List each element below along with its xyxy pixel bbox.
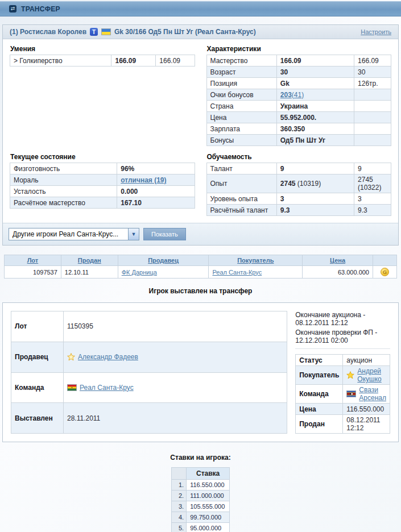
bids-index-header: [171, 468, 186, 480]
history-icon-column: [373, 255, 397, 266]
sort-seller-link[interactable]: Продавец: [148, 257, 179, 264]
characteristics-heading: Характеристики: [207, 45, 392, 53]
transfer-status-banner: Игрок выставлен на трансфер: [0, 287, 401, 295]
table-row: Талант 9 9: [206, 163, 391, 174]
table-row: Команда Свази Арсенал: [296, 385, 390, 404]
auction-team-link[interactable]: Свази Арсенал: [359, 386, 386, 402]
characteristics-table: Мастерство 166.09 166.09 Возраст 30 30 П…: [206, 55, 392, 146]
table-row: 1.116.550.000: [171, 480, 229, 491]
table-row: Страна Украина: [206, 101, 391, 112]
skills-section: Умения > Голкиперство 166.09 166.09: [10, 45, 195, 146]
transfer-badge-icon: T: [90, 28, 98, 36]
table-row: Опыт 2745 (10319) 2745 (10322): [206, 174, 391, 193]
auction-buyer-link[interactable]: Андрей Окушко: [357, 367, 386, 383]
skills-heading: Умения: [10, 45, 195, 53]
listing-seller-link[interactable]: Александр Фадеев: [78, 353, 138, 361]
char-value-secondary: [354, 123, 391, 135]
show-button[interactable]: Показать: [143, 228, 186, 240]
table-row: Возраст 30 30: [206, 66, 391, 78]
state-label: Физготовность: [10, 163, 117, 174]
table-row: Цена 55.952.000.: [206, 112, 391, 123]
bids-column-header: Ставка: [187, 468, 230, 480]
table-row: Цена 116.550.000: [296, 404, 390, 415]
bid-amount: 99.750.000: [187, 512, 230, 523]
train-value-secondary: 9.3: [354, 205, 391, 216]
fp-check-end-line: Окончание проверки ФП - 12.12.2011 02:00: [295, 329, 390, 344]
train-value-secondary: 2745 (10322): [354, 174, 391, 193]
transfer-icon: ⇄: [9, 5, 16, 13]
state-value: 96%: [117, 163, 195, 174]
chevron-down-icon[interactable]: ▼: [128, 228, 139, 240]
table-row: 2.111.000.000: [171, 491, 229, 501]
table-row: Позиция Gk 126тр.: [206, 78, 391, 89]
char-value: 360.350: [276, 123, 354, 135]
char-label: Цена: [206, 112, 276, 123]
table-row: Продавец Александр Фадеев: [11, 342, 287, 372]
history-seller-link[interactable]: ФК Дарница: [122, 269, 157, 276]
settings-link[interactable]: Настроить: [361, 28, 391, 35]
char-value: Од5 Пн Шт Уг: [276, 135, 354, 146]
current-state-section: Текущее состояние Физготовность 96% Мора…: [10, 153, 195, 216]
skill-value-secondary: 166.09: [156, 55, 195, 66]
bids-heading: Ставки на игрока:: [0, 454, 401, 462]
player-summary: Gk 30/166 Од5 Пн Шт Уг (Реал Санта-Крус): [114, 28, 256, 36]
char-label: Позиция: [206, 78, 276, 89]
sort-buyer-link[interactable]: Покупатель: [237, 257, 274, 264]
bid-amount: 105.555.000: [187, 501, 230, 512]
table-row: Уровень опыта 3 3: [206, 193, 391, 205]
page-titlebar: ⇄ ТРАНСФЕР: [0, 1, 401, 16]
bid-amount: 95.000.000: [187, 523, 230, 532]
auction-end-line: Окончание аукциона - 08.12.2011 12:12: [295, 311, 390, 327]
current-state-table: Физготовность 96% Мораль отличная (19) У…: [10, 163, 195, 209]
table-row: > Голкиперство 166.09 166.09: [10, 55, 195, 66]
bonus-points-link[interactable]: 203(41): [280, 91, 304, 99]
history-buyer-link[interactable]: Реал Санта-Крус: [212, 269, 262, 276]
transfer-history-table: Лот Продан Продавец Покупатель Цена 1097…: [4, 255, 397, 279]
char-label: Возраст: [206, 66, 276, 78]
listing-lot-label: Лот: [11, 311, 64, 342]
char-value-secondary: [354, 89, 391, 101]
sort-lot-link[interactable]: Лот: [27, 257, 39, 264]
skill-value: 166.09: [111, 55, 156, 66]
listing-listed-label: Выставлен: [11, 403, 64, 434]
listing-lot-value: 1150395: [64, 311, 287, 342]
listing-team-link[interactable]: Реал Санта-Крус: [80, 384, 134, 392]
table-row: Статус аукцион: [296, 355, 390, 366]
table-row: 1097537 12.10.11 ФК Дарница Реал Санта-К…: [5, 266, 397, 279]
char-label: Очки бонусов: [206, 89, 276, 101]
table-row: Усталость 0.000: [10, 186, 195, 197]
table-row: 3.105.555.000: [171, 501, 229, 512]
train-label: Талант: [206, 163, 276, 174]
bid-rank: 2.: [171, 491, 186, 501]
players-filter-bar: Другие игроки Реал Санта-Крус... ▼ Показ…: [3, 223, 398, 245]
table-row: Команда Реал Санта-Крус: [11, 372, 287, 403]
auction-buyer-label: Покупатель: [296, 366, 343, 385]
trainability-table: Талант 9 9 Опыт 2745 (10319) 2745 (10322…: [206, 163, 392, 216]
char-value-secondary: [354, 101, 391, 112]
team-flag-icon: [67, 384, 77, 391]
sort-price-link[interactable]: Цена: [330, 257, 345, 264]
morale-link[interactable]: отличная (19): [121, 176, 166, 184]
skill-label: > Голкиперство: [10, 55, 111, 66]
char-value: Gk: [276, 78, 354, 89]
listing-team-label: Команда: [11, 372, 64, 403]
train-label: Уровень опыта: [206, 193, 276, 205]
train-label: Расчётный талант: [206, 205, 276, 216]
char-value-secondary: 126тр.: [354, 78, 391, 89]
table-row: Мораль отличная (19): [10, 174, 195, 186]
state-label: Расчётное мастерство: [10, 197, 117, 209]
buyer-team-flag-icon: [346, 390, 356, 397]
players-filter-select[interactable]: Другие игроки Реал Санта-Крус... ▼: [9, 228, 139, 240]
table-row: Выставлен 28.11.2011: [11, 403, 287, 434]
characteristics-section: Характеристики Мастерство 166.09 166.09 …: [206, 45, 392, 146]
auction-section: Окончание аукциона - 08.12.2011 12:12 Ок…: [287, 311, 390, 434]
table-row: 5.95.000.000: [171, 523, 229, 532]
state-label: Мораль: [10, 174, 117, 186]
char-label: Зарплата: [206, 123, 276, 135]
train-label: Опыт: [206, 174, 276, 193]
player-name: (1) Ростислав Королев: [10, 28, 86, 36]
table-row: Покупатель Андрей Окушко: [296, 366, 390, 385]
char-label: Бонусы: [206, 135, 276, 146]
auction-status-label: Статус: [296, 355, 343, 366]
sort-sold-link[interactable]: Продан: [78, 257, 101, 264]
